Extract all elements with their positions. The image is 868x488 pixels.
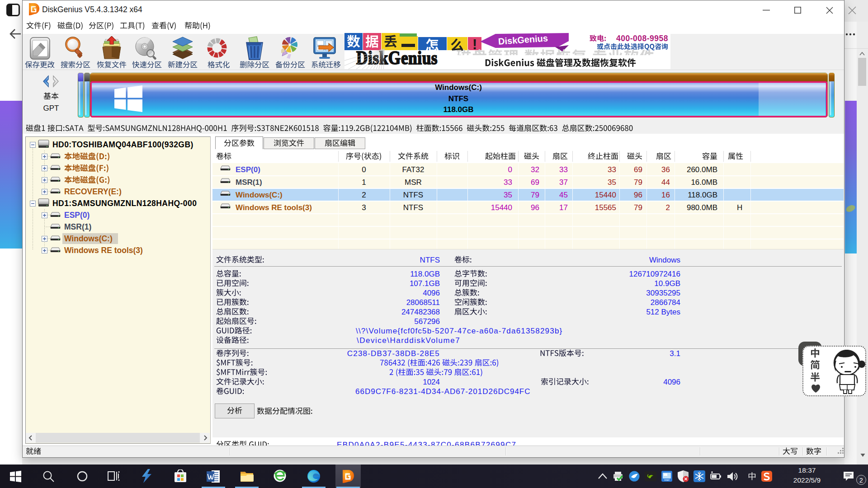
- svg-text:intel: intel: [664, 479, 669, 481]
